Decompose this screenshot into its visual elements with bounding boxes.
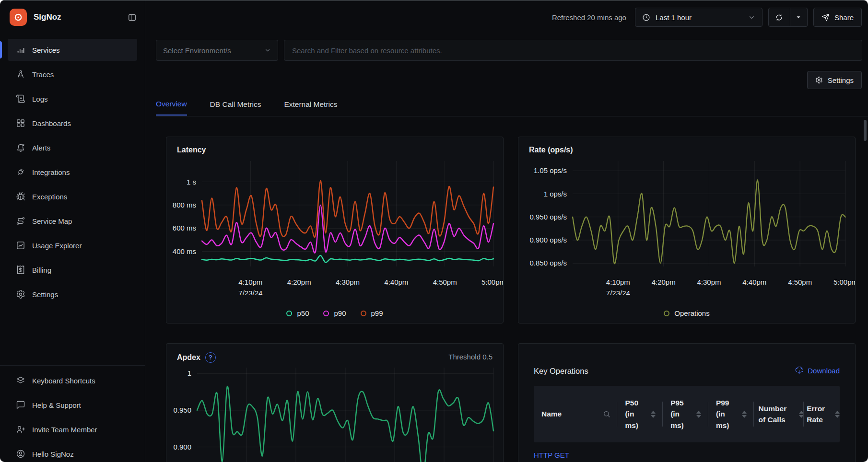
- key-operations-table-header: Name P50 (in ms) P95 (in ms) P99 (in ms): [534, 386, 840, 442]
- help-question-icon[interactable]: ?: [205, 352, 216, 363]
- svg-text:4:20pm: 4:20pm: [652, 278, 676, 286]
- legend-item-operations[interactable]: Operations: [664, 309, 709, 317]
- sidebar-item-usage-explorer[interactable]: Usage Explorer: [8, 234, 137, 256]
- svg-text:5:00pm: 5:00pm: [481, 278, 504, 286]
- sidebar-item-settings[interactable]: Settings: [8, 283, 137, 305]
- p99-legend-ring-icon: [361, 311, 366, 316]
- operations-legend-ring-icon: [664, 311, 669, 316]
- svg-text:4:40pm: 4:40pm: [384, 278, 408, 286]
- svg-text:4:40pm: 4:40pm: [742, 278, 766, 286]
- settings-row: Settings: [807, 71, 862, 89]
- column-name[interactable]: Name: [534, 386, 617, 442]
- environment-select[interactable]: Select Environment/s: [156, 40, 278, 61]
- time-range-select[interactable]: Last 1 hour: [635, 8, 762, 27]
- message-square-icon: [16, 400, 25, 410]
- sidebar-item-dashboards[interactable]: Dashboards: [8, 112, 137, 134]
- refresh-options-button[interactable]: [790, 8, 808, 27]
- clock-icon: [642, 13, 650, 22]
- sort-icon[interactable]: [696, 411, 701, 418]
- user-circle-icon: [16, 449, 25, 459]
- latency-title: Latency: [177, 146, 206, 154]
- latency-panel: Latency 1 s800 ms600 ms400 ms4:10pm7/23/…: [166, 137, 504, 323]
- sidebar-item-invite-team-member[interactable]: Invite Team Member: [8, 418, 137, 440]
- tab-overview[interactable]: Overview: [156, 93, 187, 116]
- download-link[interactable]: Download: [795, 367, 840, 375]
- tab-db-call-metrics[interactable]: DB Call Metrics: [210, 93, 261, 116]
- column-p95[interactable]: P95 (in ms): [663, 386, 708, 442]
- main-content: Refreshed 20 mins ago Last 1 hour Share: [145, 0, 868, 462]
- sidebar-item-integrations[interactable]: Integrations: [8, 161, 137, 183]
- p90-legend-ring-icon: [323, 311, 329, 316]
- gear-icon: [815, 76, 823, 84]
- apdex-chart: 10.9500.900: [166, 344, 504, 462]
- sidebar-item-exceptions[interactable]: Exceptions: [8, 185, 137, 208]
- sidebar-header: SigNoz: [10, 7, 138, 28]
- column-p50[interactable]: P50 (in ms): [617, 386, 663, 442]
- sidebar-footer: Keyboard Shortcuts Help & Support Invite…: [0, 365, 145, 462]
- svg-text:5:00pm: 5:00pm: [833, 278, 856, 286]
- svg-text:0.900 ops/s: 0.900 ops/s: [529, 236, 567, 244]
- sidebar-item-service-map[interactable]: Service Map: [8, 210, 137, 232]
- legend-item-p50[interactable]: p50: [286, 309, 309, 317]
- svg-text:0.950: 0.950: [173, 406, 191, 414]
- share-label: Share: [834, 13, 854, 22]
- sort-icon[interactable]: [799, 411, 804, 418]
- search-icon[interactable]: [603, 410, 610, 418]
- sort-icon[interactable]: [835, 411, 840, 418]
- sidebar-collapse-icon[interactable]: [126, 11, 138, 23]
- bug-icon: [16, 192, 25, 201]
- tab-external-metrics[interactable]: External Metrics: [284, 93, 337, 116]
- grid-icon: [16, 118, 25, 128]
- sidebar: SigNoz Services Traces Logs D: [0, 0, 145, 462]
- filters-row: Select Environment/s: [156, 40, 862, 61]
- sidebar-item-billing[interactable]: Billing: [8, 259, 137, 281]
- time-range-value: Last 1 hour: [656, 13, 743, 22]
- svg-text:0.850 ops/s: 0.850 ops/s: [529, 259, 567, 267]
- sidebar-item-help-support[interactable]: Help & Support: [8, 394, 137, 416]
- svg-text:4:30pm: 4:30pm: [336, 278, 360, 286]
- scrollbar-thumb[interactable]: [864, 120, 867, 141]
- apdex-panel: Apdex ? Threshold 0.5 10.9500.900: [166, 343, 504, 462]
- refresh-icon: [775, 13, 783, 22]
- metrics-tabs: Overview DB Call Metrics External Metric…: [156, 93, 868, 116]
- svg-text:4:20pm: 4:20pm: [287, 278, 311, 286]
- charts-grid: Latency 1 s800 ms600 ms400 ms4:10pm7/23/…: [166, 137, 856, 462]
- svg-text:4:50pm: 4:50pm: [433, 278, 457, 286]
- receipt-icon: [16, 265, 25, 275]
- refresh-controls: [768, 8, 808, 27]
- column-number-of-calls[interactable]: Number of Calls: [754, 386, 804, 442]
- svg-text:1 ops/s: 1 ops/s: [544, 190, 567, 198]
- column-p99[interactable]: P99 (in ms): [708, 386, 754, 442]
- rate-panel: Rate (ops/s) 1.05 ops/s1 ops/s0.950 ops/…: [518, 137, 856, 323]
- environment-placeholder: Select Environment/s: [163, 46, 264, 55]
- route-icon: [16, 216, 25, 226]
- share-button[interactable]: Share: [813, 8, 862, 27]
- sidebar-item-keyboard-shortcuts[interactable]: Keyboard Shortcuts: [8, 370, 137, 392]
- chart-frame-icon: [16, 241, 25, 250]
- sidebar-item-account[interactable]: Hello SigNoz: [8, 443, 137, 462]
- settings-label: Settings: [828, 76, 854, 84]
- svg-text:400 ms: 400 ms: [173, 247, 196, 255]
- column-error-rate[interactable]: Error Rate: [804, 386, 840, 442]
- resource-filter-input[interactable]: [284, 46, 862, 55]
- svg-text:0.950 ops/s: 0.950 ops/s: [529, 213, 567, 221]
- p50-legend-ring-icon: [286, 311, 292, 316]
- sort-icon[interactable]: [742, 411, 747, 418]
- gear-icon: [16, 289, 25, 299]
- key-operations-title: Key Operations: [534, 367, 588, 376]
- svg-text:1 s: 1 s: [187, 178, 196, 186]
- svg-text:800 ms: 800 ms: [173, 201, 196, 209]
- operation-link-http-get[interactable]: HTTP GET: [534, 451, 569, 459]
- sidebar-item-alerts[interactable]: Alerts: [8, 137, 137, 159]
- sidebar-item-logs[interactable]: Logs: [8, 88, 137, 110]
- sidebar-nav: Services Traces Logs Dashboards Alerts I…: [8, 39, 137, 308]
- sidebar-item-traces[interactable]: Traces: [8, 63, 137, 85]
- sidebar-item-services[interactable]: Services: [8, 39, 137, 61]
- rate-title: Rate (ops/s): [529, 146, 573, 154]
- bell-icon: [16, 143, 25, 152]
- legend-item-p90[interactable]: p90: [323, 309, 346, 317]
- refresh-button[interactable]: [768, 8, 790, 27]
- sort-icon[interactable]: [651, 411, 656, 418]
- legend-item-p99[interactable]: p99: [361, 309, 383, 317]
- service-settings-button[interactable]: Settings: [807, 71, 862, 89]
